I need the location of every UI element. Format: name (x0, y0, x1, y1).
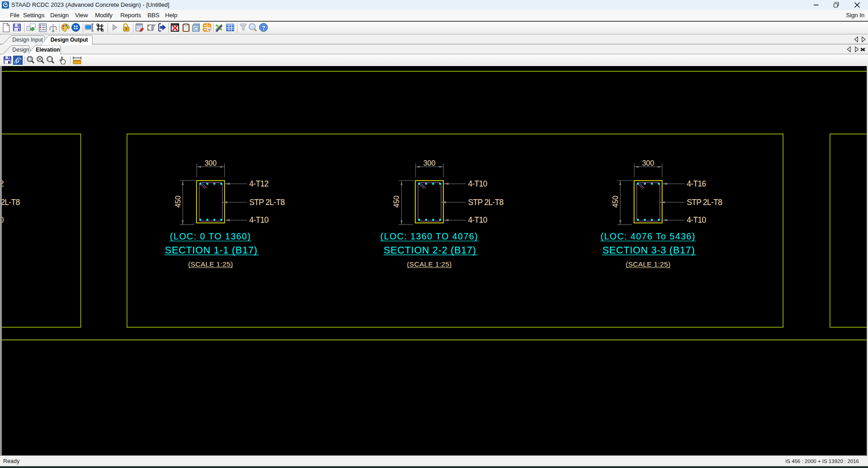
svg-text:STP 2L-T8: STP 2L-T8 (0, 198, 20, 207)
svg-text:4-T10: 4-T10 (468, 215, 488, 224)
svg-text:SECTION 2-2 (B17): SECTION 2-2 (B17) (384, 245, 476, 256)
svg-text:4-T16: 4-T16 (687, 179, 706, 188)
svg-text:4-T12: 4-T12 (249, 179, 268, 188)
svg-text:(LOC: 1360 TO 4076): (LOC: 1360 TO 4076) (380, 231, 478, 241)
svg-text:(LOC: 0 TO 1360): (LOC: 0 TO 1360) (170, 231, 251, 241)
svg-text:STP 2L-T8: STP 2L-T8 (687, 198, 722, 207)
svg-text:SECTION 3-3 (B17): SECTION 3-3 (B17) (602, 245, 695, 256)
svg-text:4-T10: 4-T10 (687, 215, 706, 224)
svg-text:450: 450 (612, 196, 619, 208)
svg-text:300: 300 (423, 159, 436, 167)
svg-text:300: 300 (204, 159, 217, 167)
svg-text:(SCALE 1:25): (SCALE 1:25) (626, 260, 670, 268)
svg-text:(LOC: 4076 To 5436): (LOC: 4076 To 5436) (601, 231, 696, 241)
svg-text:4-T10: 4-T10 (468, 179, 488, 188)
svg-text:(SCALE 1:25): (SCALE 1:25) (188, 260, 233, 268)
svg-text:SECTION 1-1 (B17): SECTION 1-1 (B17) (165, 245, 258, 256)
svg-text:300: 300 (642, 159, 654, 167)
svg-text:STP 2L-T8: STP 2L-T8 (249, 198, 285, 207)
svg-text:STP 2L-T8: STP 2L-T8 (468, 198, 503, 207)
svg-text:4-T10: 4-T10 (249, 215, 269, 224)
svg-text:(SCALE 1:25): (SCALE 1:25) (407, 260, 452, 268)
svg-text:450: 450 (393, 196, 400, 208)
svg-text:450: 450 (174, 196, 182, 208)
